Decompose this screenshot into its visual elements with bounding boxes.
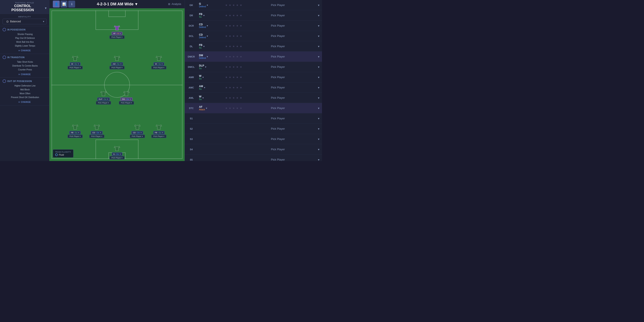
it-item-3: Counter-Press <box>4 68 46 72</box>
squad-pick-dmcr[interactable]: Pick Player▾ <box>268 55 322 58</box>
squad-role-dropdown-dmcr[interactable]: DM Defend ▾ <box>199 54 222 59</box>
squad-role-col-amc[interactable]: AM Su ▾ <box>198 84 224 91</box>
squad-role-name-dmcr: DM <box>199 54 206 57</box>
player-role-fb-l[interactable]: FB - Su▾ <box>69 131 81 134</box>
player-pick-am[interactable]: Pick Player▾ <box>110 66 124 69</box>
formation-title: 4-2-3-1 DM AM Wide ▾ <box>97 2 137 6</box>
formation-dropdown-arrow[interactable]: ▾ <box>135 2 137 6</box>
player-role-w-r[interactable]: W - Su▾ <box>154 62 164 66</box>
out-of-possession-change-btn[interactable]: CHANGE <box>2 100 46 104</box>
squad-role-duty-dcr: Defend <box>199 26 206 28</box>
out-of-possession-items: Higher Defensive Line Mid Block More Oft… <box>2 84 46 100</box>
squad-pick-arrow-dl: ▾ <box>318 45 320 48</box>
squad-role-col-dcr[interactable]: CD Defend ▾ <box>198 22 224 29</box>
squad-role-col-dr[interactable]: FB Su ▾ <box>198 12 224 19</box>
info-view-btn[interactable]: ℹ <box>68 1 75 8</box>
player-pick-cd-l[interactable]: Pick Player▾ <box>89 134 104 138</box>
tactical-style-title-row[interactable]: CONTROL POSSESSION ▾ <box>2 4 46 12</box>
squad-pick-stc[interactable]: Pick Player▾ <box>268 106 322 110</box>
star-dmcr-2: ★ <box>232 55 236 58</box>
ip-item-3: Work Ball Into Box <box>4 40 46 44</box>
squad-role-name-dcl: CD <box>199 33 206 36</box>
squad-role-dropdown-dcl[interactable]: CD Defend ▾ <box>199 33 222 39</box>
chart-view-btn[interactable]: 📊 <box>60 1 68 8</box>
squad-role-col-amr[interactable]: W Su ▾ <box>198 74 224 81</box>
squad-pos-dl: DL <box>185 45 198 48</box>
squad-pick-s3[interactable]: Pick Player▾ <box>268 138 322 141</box>
squad-role-col-aml[interactable]: W Su ▾ <box>198 94 224 101</box>
squad-pick-aml[interactable]: Pick Player▾ <box>268 96 322 100</box>
player-pick-fb-l[interactable]: Pick Player▾ <box>68 134 83 138</box>
squad-role-duty-stc: Attack <box>199 108 205 111</box>
player-role-af[interactable]: AF - At▾ <box>112 32 122 35</box>
in-transition-icon <box>2 56 6 59</box>
star-gk-3: ★ <box>236 4 239 7</box>
squad-role-dropdown-dr[interactable]: FB Su ▾ <box>199 13 222 18</box>
pitch-goal-top <box>108 10 126 17</box>
player-shirt-am <box>113 54 121 62</box>
player-shirt-cd-l <box>93 123 100 130</box>
player-pick-dm[interactable]: Pick Player▾ <box>119 101 134 104</box>
squad-pick-s1[interactable]: Pick Player▾ <box>268 117 322 120</box>
player-role-cd-l[interactable]: CD - De▾ <box>91 131 102 134</box>
player-pick-dlp[interactable]: Pick Player▾ <box>96 101 111 104</box>
in-possession-change-btn[interactable]: CHANGE <box>2 49 46 52</box>
squad-role-duty-dmcr: Defend <box>199 57 206 59</box>
squad-pick-dmcl[interactable]: Pick Player▾ <box>268 65 322 69</box>
player-role-dm[interactable]: DM - De▾ <box>120 98 132 101</box>
in-transition-change-btn[interactable]: CHANGE <box>2 73 46 76</box>
player-pick-fb-r[interactable]: Pick Player▾ <box>151 134 166 138</box>
player-pick-w-l[interactable]: Pick Player▾ <box>68 66 83 69</box>
player-view-btn[interactable]: 👤 <box>53 1 60 8</box>
squad-role-dropdown-stc[interactable]: AF Attack ▾ <box>199 106 222 111</box>
player-pick-gk[interactable]: Pick Player▾ <box>110 156 124 160</box>
squad-pick-dr[interactable]: Pick Player▾ <box>268 14 322 17</box>
squad-role-col-dcl[interactable]: CD Defend ▾ <box>198 32 224 40</box>
player-pick-w-r[interactable]: Pick Player▾ <box>151 66 166 69</box>
star-dmcl-4: ★ <box>240 66 243 68</box>
player-role-cd-r[interactable]: CD - De▾ <box>132 131 143 134</box>
player-role-gk[interactable]: G - De▾ <box>112 152 122 156</box>
player-pick-cd-r[interactable]: Pick Player▾ <box>130 134 145 138</box>
squad-pick-dcl[interactable]: Pick Player▾ <box>268 34 322 38</box>
player-pick-af[interactable]: Pick Player▾ <box>110 36 124 39</box>
in-transition-section: IN TRANSITION Take Short Kicks Distribut… <box>0 54 49 78</box>
analysis-btn[interactable]: ⊞ Analysis <box>168 2 181 6</box>
squad-pick-s2[interactable]: Pick Player▾ <box>268 127 322 130</box>
player-role-fb-r[interactable]: FB - Su▾ <box>153 131 165 134</box>
squad-pick-dl[interactable]: Pick Player▾ <box>268 45 322 48</box>
tactical-style-section: TACTICAL STYLE CONTROL POSSESSION ▾ <box>0 0 49 14</box>
squad-role-col-dmcl[interactable]: DLP Su ▾ <box>198 63 224 70</box>
squad-pick-s4[interactable]: Pick Player▾ <box>268 148 322 151</box>
squad-role-dropdown-aml[interactable]: W Su ▾ <box>199 95 222 100</box>
player-role-am[interactable]: AM - Su▾ <box>111 62 123 66</box>
squad-role-col-stc[interactable]: AF Attack ▾ <box>198 104 224 112</box>
squad-role-col-gk[interactable]: G Defend ▾ <box>198 2 224 8</box>
pitch: TEAM FLUIDITY Fluid G - De▾Pick Player▾ … <box>49 8 184 161</box>
squad-role-dropdown-dl[interactable]: FB Su ▾ <box>199 44 222 49</box>
squad-role-dropdown-gk[interactable]: G Defend ▾ <box>199 2 222 8</box>
squad-pick-amr[interactable]: Pick Player▾ <box>268 76 322 79</box>
squad-pick-amc[interactable]: Pick Player▾ <box>268 86 322 89</box>
squad-role-col-dmcr[interactable]: DM Defend ▾ <box>198 53 224 60</box>
squad-pick-dcr[interactable]: Pick Player▾ <box>268 24 322 28</box>
squad-role-col-dl[interactable]: FB Su ▾ <box>198 43 224 50</box>
squad-row-s1: S1Pick Player▾ <box>185 113 322 124</box>
squad-pick-gk[interactable]: Pick Player▾ <box>268 4 322 7</box>
player-role-w-l[interactable]: W - Su▾ <box>70 62 80 66</box>
player-role-dlp[interactable]: DLP - Su▾ <box>97 98 110 101</box>
mentality-dropdown[interactable]: ⊙ Balanced ▾ <box>2 19 46 24</box>
star-amr-4: ★ <box>240 76 243 79</box>
squad-role-dropdown-amr[interactable]: W Su ▾ <box>199 74 222 80</box>
squad-role-dropdown-dcr[interactable]: CD Defend ▾ <box>199 23 222 28</box>
squad-pick-arrow-s2: ▾ <box>318 127 320 130</box>
star-dmcl-0: ★ <box>225 66 228 68</box>
star-dr-3: ★ <box>236 14 239 17</box>
squad-role-dropdown-dmcl[interactable]: DLP Su ▾ <box>199 64 222 70</box>
squad-role-dropdown-amc[interactable]: AM Su ▾ <box>199 85 222 90</box>
squad-pick-s5[interactable]: Pick Player▾ <box>268 158 322 161</box>
squad-role-name-aml: W <box>199 95 202 98</box>
squad-stars-dcr: ★★★★★ <box>224 24 268 27</box>
star-dl-2: ★ <box>232 45 236 48</box>
player-shirt-dm <box>122 89 130 97</box>
